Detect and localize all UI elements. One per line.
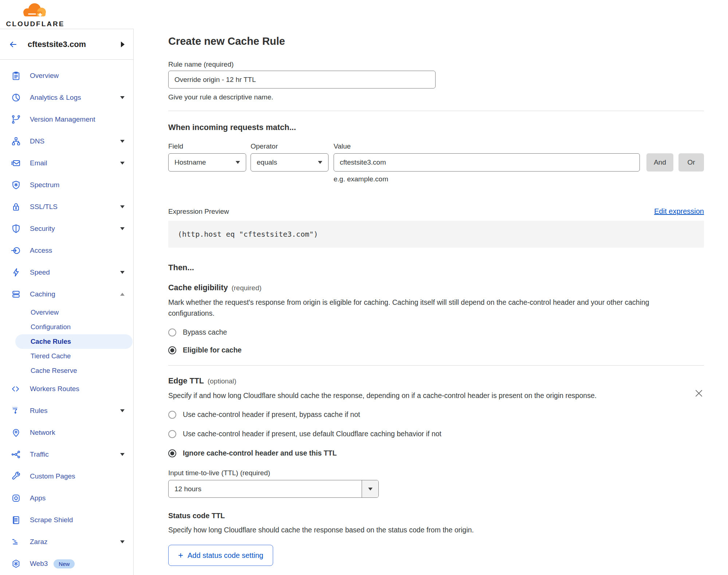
rule-name-input[interactable] [168,71,436,88]
sidebar-item-ssl-tls[interactable]: SSL/TLS [0,196,133,218]
site-switcher[interactable]: cftestsite3.com [0,29,133,60]
sidebar: cftestsite3.com Overview Analytics & Log… [0,29,134,575]
sidebar-subitem-caching-overview[interactable]: Overview [0,305,133,320]
radio-unchecked-icon[interactable] [168,328,176,336]
match-row: Hostname equals And Or [168,153,704,172]
pie-chart-icon [11,92,21,103]
page-title: Create new Cache Rule [168,35,704,47]
sidebar-item-label: Overview [30,72,59,80]
ttl-select[interactable]: 12 hours [168,480,379,498]
section-divider [168,111,704,111]
sidebar-item-label: Web3 [30,560,48,568]
radio-checked-icon[interactable] [168,449,176,457]
edge-ttl-option-bypass[interactable]: Use cache-control header if present, byp… [168,410,704,419]
caret-up-icon [120,293,125,296]
sidebar-subitem-configuration[interactable]: Configuration [0,320,133,334]
cloudflare-logo[interactable]: CLOUDFLARE [7,1,64,28]
section-divider [168,365,704,366]
required-note: (required) [232,284,261,292]
status-code-ttl-description: Specify how long Cloudflare should cache… [168,524,704,535]
sidebar-item-version-management[interactable]: Version Management [0,109,133,130]
cache-eligibility-description: Mark whether the request's response from… [168,297,696,319]
edge-ttl-option-ignore[interactable]: Ignore cache-control header and use this… [168,449,704,457]
bypass-cache-option[interactable]: Bypass cache [168,328,704,336]
edge-ttl-option-default[interactable]: Use cache-control header if present, use… [168,430,704,438]
web3-cube-icon [11,559,21,569]
sidebar-item-apps[interactable]: Apps [0,487,133,509]
caret-right-icon[interactable] [121,42,125,47]
sidebar-nav: Overview Analytics & Logs Version Manage… [0,60,133,575]
sidebar-item-label: DNS [30,137,44,145]
site-name: cftestsite3.com [28,40,86,49]
caret-down-icon [120,453,125,456]
edit-expression-link[interactable]: Edit expression [654,207,704,216]
brand-wordmark: CLOUDFLARE [6,20,65,28]
expression-preview-label: Expression Preview [168,208,229,216]
cloudflare-dashboard: CLOUDFLARE Add site Support [0,0,728,575]
or-button[interactable]: Or [678,153,704,172]
cache-eligibility-heading-row: Cache eligibility (required) [168,283,704,292]
operator-select[interactable]: equals [251,153,328,172]
sidebar-item-security[interactable]: Security [0,218,133,240]
ttl-select-arrow[interactable] [362,480,378,497]
sidebar-item-overview[interactable]: Overview [0,65,133,87]
sidebar-item-zaraz[interactable]: Zaraz [0,531,133,553]
match-value-input[interactable] [334,153,640,172]
edge-ttl-section: Edge TTL (optional) Specify if and how l… [168,377,704,566]
caret-down-icon [120,227,125,230]
sidebar-subitem-cache-reserve[interactable]: Cache Reserve [0,363,133,378]
main-content: Create new Cache Rule Rule name (require… [134,0,728,575]
sidebar-item-dns[interactable]: DNS [0,130,133,152]
and-button[interactable]: And [646,153,673,172]
optional-note: (optional) [208,377,236,385]
close-icon[interactable] [694,388,704,398]
field-label: Field [168,142,251,150]
sidebar-item-network[interactable]: Network [0,422,133,444]
cloudflare-cloud-icon [20,1,51,20]
sidebar-item-spectrum[interactable]: Spectrum [0,174,133,196]
clipboard-icon [11,71,21,81]
radio-label: Bypass cache [183,328,227,336]
eligible-for-cache-option[interactable]: Eligible for cache [168,346,704,354]
share-nodes-icon [11,449,21,460]
operator-label: Operator [251,142,334,150]
plus-icon: + [178,551,183,560]
document-icon [11,515,21,525]
sidebar-item-analytics-logs[interactable]: Analytics & Logs [0,87,133,109]
sidebar-item-label: SSL/TLS [30,203,58,211]
sidebar-item-access[interactable]: Access [0,240,133,261]
field-select-value: Hostname [174,158,206,166]
sidebar-subitem-label: Overview [31,308,59,316]
padlock-icon [11,202,21,212]
envelope-icon [11,158,21,168]
sidebar-item-label: Workers Routes [30,385,79,393]
sidebar-item-workers-routes[interactable]: Workers Routes [0,378,133,400]
sidebar-item-custom-pages[interactable]: Custom Pages [0,465,133,487]
sidebar-item-label: Network [30,429,55,437]
sidebar-item-label: Email [30,159,47,167]
caching-submenu: Overview Configuration Cache Rules Tiere… [0,305,133,378]
sidebar-item-web3[interactable]: Web3 New [0,553,133,575]
sidebar-item-speed[interactable]: Speed [0,261,133,283]
radio-unchecked-icon[interactable] [168,430,176,438]
sidebar-item-label: Caching [30,290,55,298]
sidebar-item-caching[interactable]: Caching [0,283,133,305]
field-select[interactable]: Hostname [168,153,246,172]
caret-down-icon [120,409,125,412]
ttl-select-value: 12 hours [169,485,362,493]
andor-buttons: And Or [646,153,704,172]
radio-checked-icon[interactable] [168,346,176,354]
add-status-code-button[interactable]: + Add status code setting [168,545,273,566]
sidebar-subitem-cache-rules[interactable]: Cache Rules [15,334,133,349]
edge-ttl-description: Specify if and how long Cloudflare shoul… [168,390,620,401]
radio-label: Eligible for cache [183,346,241,354]
sidebar-item-rules[interactable]: Rules [0,400,133,422]
sidebar-subitem-tiered-cache[interactable]: Tiered Cache [0,349,133,363]
sidebar-item-email[interactable]: Email [0,152,133,174]
back-arrow-icon[interactable] [8,40,18,49]
sidebar-item-traffic[interactable]: Traffic [0,444,133,465]
value-label: Value [334,142,351,150]
radio-unchecked-icon[interactable] [168,411,176,419]
sidebar-subitem-label: Configuration [31,323,71,331]
sidebar-item-scrape-shield[interactable]: Scrape Shield [0,509,133,531]
